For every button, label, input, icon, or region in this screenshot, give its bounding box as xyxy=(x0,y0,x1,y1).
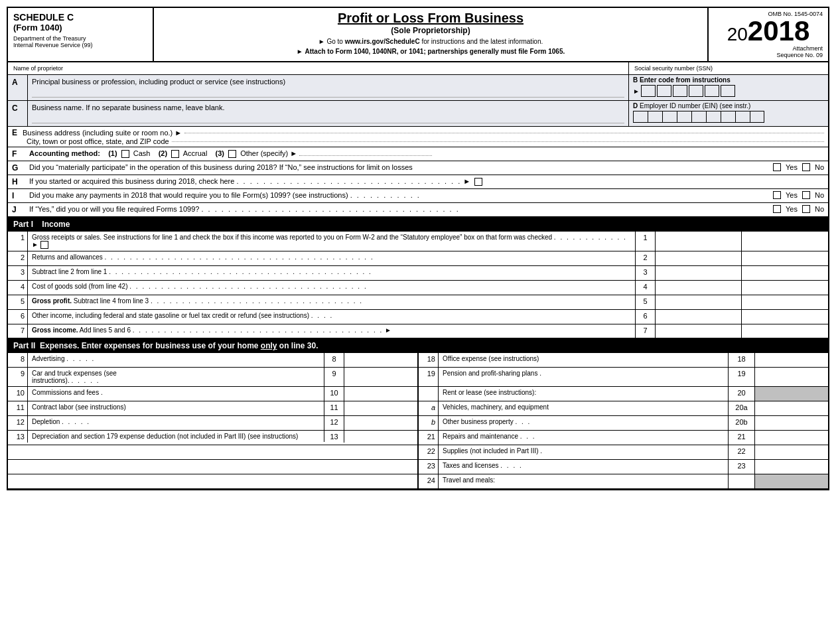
exp-desc-24: Travel and meals: xyxy=(439,474,729,488)
amount-input-7b[interactable] xyxy=(744,326,825,336)
row-c-input[interactable] xyxy=(32,111,624,123)
line-4-desc: Cost of goods sold (from line 42) . . . … xyxy=(28,281,636,295)
cb-g-yes[interactable] xyxy=(773,163,781,171)
expense-row-x-22: 22 Supplies (not included in Part III) .… xyxy=(8,445,828,460)
label-j-yes: Yes xyxy=(786,205,798,213)
exp-amount-20a xyxy=(755,401,828,415)
exp-right-19: 19 Pension and profit-sharing plans . 19 xyxy=(419,368,828,386)
amount-2a xyxy=(656,251,742,265)
exp-right-23: 23 Taxes and licenses . . . . 23 xyxy=(419,460,828,474)
exp-lineref-21: 21 xyxy=(729,431,755,445)
exp-input-10[interactable] xyxy=(347,389,415,399)
d-box-5[interactable] xyxy=(691,111,706,123)
exp-input-22[interactable] xyxy=(758,447,825,457)
b-box-4[interactable] xyxy=(689,85,703,97)
exp-lineref-20a: 20a xyxy=(729,401,755,415)
b-box-1[interactable] xyxy=(641,85,656,97)
d-box-7[interactable] xyxy=(721,111,735,123)
row-e-line2: City, town or post office, state, and ZI… xyxy=(12,137,824,145)
row-a-input[interactable] xyxy=(32,86,624,98)
cb-accrual[interactable] xyxy=(171,150,179,158)
d-box-4[interactable] xyxy=(677,111,691,123)
cb-h[interactable] xyxy=(474,178,482,186)
exp-input-20a[interactable] xyxy=(758,403,825,413)
b-box-6[interactable] xyxy=(721,85,735,97)
amount-input-7a[interactable] xyxy=(658,326,738,336)
exp-left-10: 10 Commissions and fees . 10 xyxy=(8,387,419,401)
exp-input-18[interactable] xyxy=(758,355,825,365)
row-b-cell: B Enter code from instructions ► xyxy=(629,75,828,100)
d-box-1[interactable] xyxy=(633,111,648,123)
exp-amount-21 xyxy=(755,431,828,445)
main-title: Profit or Loss From Business xyxy=(159,11,702,26)
amount-input-1b[interactable] xyxy=(744,234,825,249)
amount-input-1a[interactable] xyxy=(658,234,738,249)
b-box-5[interactable] xyxy=(705,85,719,97)
lineref-3: 3 xyxy=(636,266,656,280)
d-box-3[interactable] xyxy=(662,111,677,123)
row-c-content: Business name. If no separate business n… xyxy=(28,101,629,126)
row-j: J If “Yes,” did you or will you file req… xyxy=(8,203,828,218)
amount-input-4a[interactable] xyxy=(658,283,738,293)
exp-input-21[interactable] xyxy=(758,433,825,443)
exp-input-23[interactable] xyxy=(758,462,825,472)
d-box-8[interactable] xyxy=(735,111,750,123)
d-box-9[interactable] xyxy=(750,111,764,123)
exp-lineref-22: 22 xyxy=(729,445,755,459)
exp-input-9[interactable] xyxy=(347,370,415,384)
cb-g-no[interactable] xyxy=(802,163,810,171)
exp-left-11: 11 Contract labor (see instructions) 11 xyxy=(8,401,419,415)
label-i-yes: Yes xyxy=(786,191,798,199)
row-e-text1: Business address (including suite or roo… xyxy=(23,129,182,137)
label-g-yes: Yes xyxy=(786,163,798,171)
b-box-2[interactable] xyxy=(657,85,671,97)
line-num-7: 7 xyxy=(8,324,28,338)
cb-i-no[interactable] xyxy=(802,191,810,199)
exp-input-11[interactable] xyxy=(347,403,415,413)
d-box-6[interactable] xyxy=(706,111,721,123)
exp-input-13[interactable] xyxy=(347,433,415,441)
cb-other[interactable] xyxy=(228,150,236,158)
d-box-2[interactable] xyxy=(648,111,662,123)
amount-input-5b[interactable] xyxy=(744,297,825,307)
label-e: E xyxy=(12,128,17,137)
cb-line1[interactable] xyxy=(40,241,48,249)
amount-input-6b[interactable] xyxy=(744,312,825,322)
b-box-3[interactable] xyxy=(673,85,687,97)
row-d-cell: D Employer ID number (EIN) (see instr.) xyxy=(629,101,828,126)
income-line-6: 6 Other income, including federal and st… xyxy=(8,310,828,324)
amount-input-6a[interactable] xyxy=(658,312,738,322)
amount-input-2b[interactable] xyxy=(744,253,825,263)
amount-input-5a[interactable] xyxy=(658,297,738,307)
amount-input-4b[interactable] xyxy=(744,283,825,293)
amount-input-3b[interactable] xyxy=(744,268,825,278)
cb-j-no[interactable] xyxy=(802,205,810,213)
exp-amount-19 xyxy=(755,368,828,386)
exp-desc-8: Advertising . . . . . xyxy=(28,353,324,367)
exp-input-20b[interactable] xyxy=(758,418,825,428)
amount-input-2a[interactable] xyxy=(658,253,738,263)
amount-4a xyxy=(656,281,742,295)
line-num-2: 2 xyxy=(8,251,28,265)
label-j-no: No xyxy=(815,205,824,213)
exp-left-8: 8 Advertising . . . . . 8 xyxy=(8,353,419,367)
exp-input-19[interactable] xyxy=(758,370,825,384)
amount-input-3a[interactable] xyxy=(658,268,738,278)
amount-4b xyxy=(742,281,828,295)
year-display: 202018 xyxy=(714,17,823,45)
exp-input-12[interactable] xyxy=(347,418,415,428)
exp-desc-20: Rent or lease (see instructions): xyxy=(439,387,729,401)
expense-row-9-19: 9 Car and truck expenses (seeinstruction… xyxy=(8,368,828,387)
cb-j-yes[interactable] xyxy=(773,205,781,213)
part2-title-rest: Enter expenses for business use of your … xyxy=(82,341,318,350)
exp-lineref-10: 10 xyxy=(324,387,344,401)
amount-7b xyxy=(742,324,828,338)
amount-2b xyxy=(742,251,828,265)
row-h-content: If you started or acquired this business… xyxy=(29,177,824,186)
cb-cash[interactable] xyxy=(121,150,129,158)
exp-left-x2 xyxy=(8,445,419,459)
exp-input-8[interactable] xyxy=(347,355,415,365)
cb-i-yes[interactable] xyxy=(773,191,781,199)
label-a: A xyxy=(8,75,28,100)
expense-row-13-21: 13 Depreciation and section 179 expense … xyxy=(8,431,828,445)
